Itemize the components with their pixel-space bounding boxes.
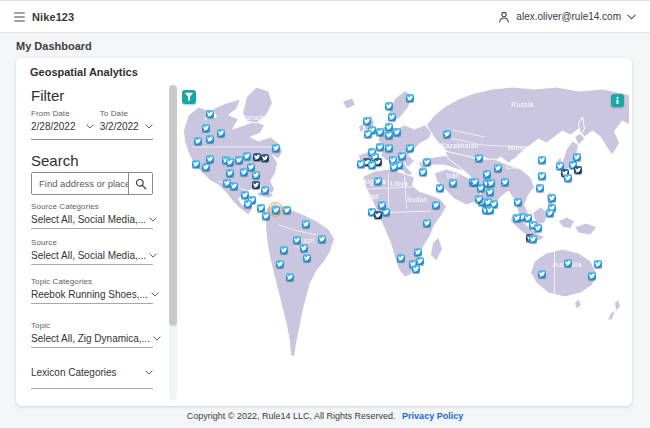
tweet-map-marker[interactable] xyxy=(261,154,269,162)
tweet-map-marker[interactable] xyxy=(538,270,546,278)
tweet-map-marker[interactable] xyxy=(432,201,440,209)
source-select[interactable]: Source Select All, Social Media,... xyxy=(31,238,153,265)
tweet-map-marker[interactable] xyxy=(280,246,288,254)
tweet-map-marker[interactable] xyxy=(574,166,582,174)
from-date-select[interactable]: From Date 2/28/2022 xyxy=(31,109,94,132)
tweet-map-marker[interactable] xyxy=(217,129,225,137)
privacy-policy-link[interactable]: Privacy Policy xyxy=(402,411,463,421)
tweet-map-marker[interactable] xyxy=(357,160,365,168)
tweet-map-marker[interactable] xyxy=(376,143,384,151)
tweet-map-marker[interactable] xyxy=(436,184,444,192)
tweet-map-marker[interactable] xyxy=(513,214,521,222)
tweet-map-marker[interactable] xyxy=(276,260,284,268)
search-input[interactable] xyxy=(32,173,128,194)
tweet-map-marker[interactable] xyxy=(385,144,393,152)
tweet-map-marker[interactable] xyxy=(374,177,382,185)
tweet-map-marker[interactable] xyxy=(397,254,405,262)
tweet-map-marker[interactable] xyxy=(548,194,556,202)
tweet-map-marker[interactable] xyxy=(244,200,252,208)
tweet-map-marker[interactable] xyxy=(206,155,214,163)
tweet-map-marker[interactable] xyxy=(206,135,214,143)
tweet-map-marker[interactable] xyxy=(573,153,581,161)
tweet-map-marker[interactable] xyxy=(252,181,260,189)
tweet-map-marker[interactable] xyxy=(374,211,382,219)
tweet-map-marker[interactable] xyxy=(483,170,491,178)
tweet-map-marker[interactable] xyxy=(240,168,248,176)
tweet-map-marker[interactable] xyxy=(192,160,200,168)
tweet-map-marker[interactable] xyxy=(449,179,457,187)
tweet-map-marker[interactable] xyxy=(529,235,537,243)
tweet-map-marker[interactable] xyxy=(378,201,386,209)
tweet-map-marker[interactable] xyxy=(475,154,483,162)
tweet-map-marker[interactable] xyxy=(376,128,384,136)
tweet-map-marker[interactable] xyxy=(546,209,554,217)
tweet-map-marker[interactable] xyxy=(206,110,214,118)
tweet-map-marker[interactable] xyxy=(382,208,390,216)
tweet-map-marker[interactable] xyxy=(226,169,234,177)
tweet-map-marker[interactable] xyxy=(494,164,502,172)
tweet-map-marker[interactable] xyxy=(388,113,396,121)
tweet-map-marker[interactable] xyxy=(423,219,431,227)
topic-select[interactable]: Topic Select All, Zig Dynamica,... xyxy=(31,321,153,348)
map-info-button[interactable] xyxy=(611,94,624,107)
search-button[interactable] xyxy=(128,173,152,194)
tweet-map-marker[interactable] xyxy=(443,130,451,138)
tweet-map-marker[interactable] xyxy=(588,272,596,280)
tweet-map-marker[interactable] xyxy=(514,198,522,206)
tweet-map-marker[interactable] xyxy=(385,123,393,131)
tweet-map-marker[interactable] xyxy=(564,259,572,267)
tweet-map-marker[interactable] xyxy=(252,171,260,179)
hamburger-menu-icon[interactable] xyxy=(14,12,25,22)
tweet-map-marker[interactable] xyxy=(416,257,424,265)
tweet-map-marker[interactable] xyxy=(534,224,542,232)
tweet-map-marker[interactable] xyxy=(475,195,483,203)
tweet-map-marker[interactable] xyxy=(538,156,546,164)
tweet-map-marker[interactable] xyxy=(406,94,414,102)
map-filter-button[interactable] xyxy=(182,90,196,104)
tweet-map-marker[interactable] xyxy=(226,158,234,166)
tweet-map-marker[interactable] xyxy=(385,102,393,110)
tweet-map-marker[interactable] xyxy=(300,244,308,252)
tweet-map-marker[interactable] xyxy=(564,174,572,182)
tweet-map-marker[interactable] xyxy=(253,153,261,161)
tweet-map-marker[interactable] xyxy=(272,206,280,214)
breadcrumb-label[interactable]: My Dashboard xyxy=(16,40,92,52)
tweet-map-marker[interactable] xyxy=(364,130,372,138)
tweet-map-marker[interactable] xyxy=(272,144,280,152)
tweet-map-marker[interactable] xyxy=(202,124,210,132)
topic-categories-select[interactable]: Topic Categories Reebok Running Shoes,..… xyxy=(31,277,153,304)
tweet-map-marker[interactable] xyxy=(243,152,251,160)
tweet-map-marker[interactable] xyxy=(230,182,238,190)
to-date-select[interactable]: To Date 3/2/2022 xyxy=(100,109,153,132)
tweet-map-marker[interactable] xyxy=(302,220,310,228)
tweet-map-marker[interactable] xyxy=(471,178,479,186)
tweet-map-marker[interactable] xyxy=(261,186,269,194)
tweet-map-marker[interactable] xyxy=(487,179,495,187)
tweet-map-marker[interactable] xyxy=(536,184,544,192)
tweet-map-marker[interactable] xyxy=(501,178,509,186)
tweet-map-marker[interactable] xyxy=(293,236,301,244)
tweet-map-marker[interactable] xyxy=(398,152,406,160)
tweet-map-marker[interactable] xyxy=(318,235,326,243)
tweet-map-marker[interactable] xyxy=(202,163,210,171)
tweet-map-marker[interactable] xyxy=(390,163,398,171)
tweet-map-marker[interactable] xyxy=(363,117,371,125)
source-categories-select[interactable]: Source Categories Select All, Social Med… xyxy=(31,202,153,229)
lexicon-categories-select[interactable]: Lexicon Categories xyxy=(31,366,153,389)
tweet-map-marker[interactable] xyxy=(283,206,291,214)
tweet-map-marker[interactable] xyxy=(486,188,494,196)
tweet-map-marker[interactable] xyxy=(486,206,494,214)
tweet-map-marker[interactable] xyxy=(594,260,602,268)
tweet-map-marker[interactable] xyxy=(286,273,294,281)
tweet-map-marker[interactable] xyxy=(414,248,422,256)
tweet-map-marker[interactable] xyxy=(393,128,401,136)
tweet-map-marker[interactable] xyxy=(538,172,546,180)
geospatial-map[interactable]: CanadaRussiaKazakhstanMongoliaChinaIranA… xyxy=(182,85,630,401)
panel-scrollbar-thumb[interactable] xyxy=(169,85,177,326)
tweet-map-marker[interactable] xyxy=(406,144,414,152)
user-menu[interactable]: alex.oliver@rule14.com xyxy=(498,11,636,23)
tweet-map-marker[interactable] xyxy=(419,168,427,176)
tweet-map-marker[interactable] xyxy=(194,137,202,145)
tweet-map-marker[interactable] xyxy=(412,265,420,273)
tweet-map-marker[interactable] xyxy=(368,161,376,169)
